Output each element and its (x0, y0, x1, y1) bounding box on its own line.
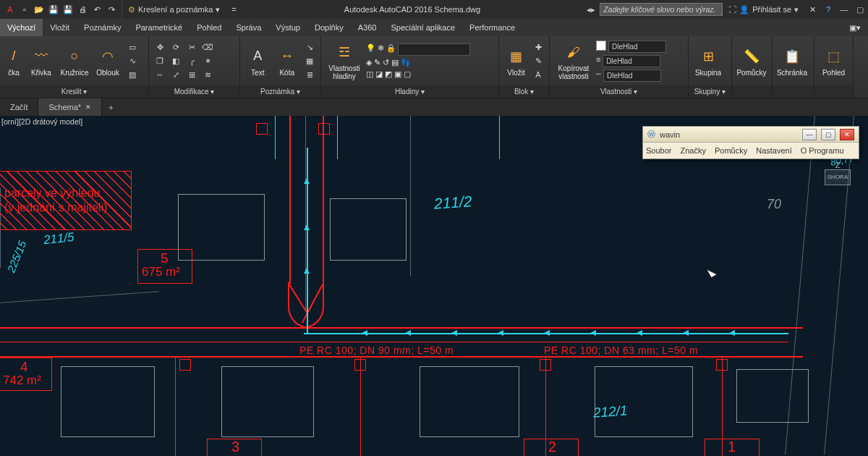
plot-icon[interactable]: 🖨 (77, 4, 88, 15)
dimension-button[interactable]: ↔Kóta (274, 46, 301, 77)
add-tab-button[interactable]: ＋ (102, 102, 119, 113)
help-icon[interactable]: ? (820, 0, 836, 19)
rotate-icon[interactable]: ⟳ (169, 41, 182, 53)
layer-icon[interactable]: ◫ (366, 69, 373, 78)
insert-block-button[interactable]: ▦Vložit (503, 46, 529, 77)
tab-schema[interactable]: Schema*✕ (38, 98, 102, 116)
tab-specialni[interactable]: Speciální aplikace (383, 19, 462, 36)
lineweight-icon[interactable]: ≡ (596, 55, 600, 67)
undo-icon[interactable]: ↶ (91, 4, 103, 15)
maximize-icon[interactable]: ▢ (852, 0, 868, 19)
wavin-menu-soubor[interactable]: Soubor (646, 146, 671, 155)
color-swatch-icon[interactable] (596, 41, 606, 51)
layer-icon[interactable]: ◪ (375, 69, 383, 78)
polyline-button[interactable]: 〰Křivka (26, 46, 56, 77)
leader-icon[interactable]: ↘ (303, 41, 316, 53)
resize-grip-icon[interactable]: ◂▸ (582, 5, 600, 14)
workspace-dropdown[interactable]: ⚙ Kreslení a poznámka ▾ = (122, 0, 242, 19)
saveas-icon[interactable]: 💾 (62, 4, 74, 15)
layer-icon[interactable]: ◩ (385, 69, 392, 78)
trim-icon[interactable]: ✂ (185, 41, 198, 53)
tab-sprava[interactable]: Správa (229, 19, 268, 36)
tab-doplnky[interactable]: Doplňky (307, 19, 351, 36)
layer-match-icon[interactable]: ✎ (374, 58, 380, 67)
layer-properties-button[interactable]: ☲Vlastnosti hladiny (326, 41, 363, 80)
array-icon[interactable]: ⊞ (185, 69, 198, 80)
stretch-icon[interactable]: ↔ (153, 69, 166, 80)
wavin-menu-oprogramu[interactable]: O Programu (801, 146, 844, 155)
viewcube-top[interactable]: SHORA (825, 169, 851, 185)
panel-draw-title[interactable]: Kreslit ▾ (0, 85, 148, 98)
clipboard-button[interactable]: 📋Schránka (777, 46, 807, 77)
tab-vychozi[interactable]: Výchozí (0, 19, 43, 36)
panel-block-title[interactable]: Blok ▾ (499, 85, 549, 98)
edit-block-icon[interactable]: ✎ (532, 55, 545, 67)
text-button[interactable]: AText (244, 46, 271, 77)
tab-start[interactable]: Začít (0, 98, 38, 116)
ribbon-collapse-icon[interactable]: ▣▾ (842, 19, 868, 36)
tab-vlozit[interactable]: Vložit (43, 19, 77, 36)
explode-icon[interactable]: ✶ (201, 55, 214, 67)
tab-a360[interactable]: A360 (351, 19, 384, 36)
viewcube[interactable]: Z SHORA (825, 161, 851, 185)
spline-icon[interactable]: ∿ (126, 55, 139, 67)
redo-icon[interactable]: ↷ (106, 4, 117, 15)
color-dropdown[interactable]: DleHlad (608, 41, 666, 53)
layer-state-icon[interactable]: ▤ (391, 58, 399, 67)
arc-button[interactable]: ◠Oblouk (93, 46, 123, 77)
layer-lock-icon[interactable]: 🔒 (386, 43, 396, 56)
exchange-icon[interactable]: ✕ (804, 0, 820, 19)
mirror-icon[interactable]: ◧ (169, 55, 182, 67)
lineweight-dropdown[interactable]: DleHlad (603, 55, 660, 67)
scale-icon[interactable]: ⤢ (169, 69, 182, 80)
wavin-menu-pomucky[interactable]: Pomůcky (715, 146, 747, 155)
group-button[interactable]: ⊞Skupina (693, 46, 723, 77)
drawing-canvas[interactable]: [orní][2D drátový model] parcely ve výhl… (0, 116, 868, 456)
copy-icon[interactable]: ❐ (153, 55, 166, 67)
login-area[interactable]: ⛶ 👤 Přihlásit se ▾ (723, 5, 804, 14)
open-icon[interactable]: 📂 (33, 4, 45, 15)
tab-pohled[interactable]: Pohled (190, 19, 229, 36)
fillet-icon[interactable]: ╭ (185, 55, 198, 67)
save-icon[interactable]: 💾 (48, 4, 59, 15)
layer-icon[interactable]: ▣ (394, 69, 401, 78)
linetype-dropdown[interactable]: DleHlad (603, 69, 661, 82)
layer-walk-icon[interactable]: 👣 (401, 58, 410, 67)
attr-icon[interactable]: A (532, 69, 545, 80)
utilities-button[interactable]: 📏Pomůcky (736, 46, 767, 77)
wavin-titlebar[interactable]: ⓦ wavin — ▢ ✕ (643, 127, 859, 143)
layer-off-icon[interactable]: 💡 (366, 43, 375, 56)
layer-iso-icon[interactable]: ◈ (366, 58, 372, 67)
panel-props-title[interactable]: Vlastnosti ▾ (550, 85, 688, 98)
layer-prev-icon[interactable]: ↺ (383, 58, 389, 67)
rect-icon[interactable]: ▭ (126, 41, 139, 53)
maximize-icon[interactable]: ▢ (821, 129, 835, 140)
new-icon[interactable]: ▫ (19, 4, 30, 15)
offset-icon[interactable]: ≋ (201, 69, 214, 80)
context-label[interactable]: [orní][2D drátový model] (1, 117, 82, 126)
panel-layers-title[interactable]: Hladiny ▾ (321, 85, 498, 98)
tab-parametricke[interactable]: Parametrické (128, 19, 190, 36)
minimize-icon[interactable]: — (836, 0, 852, 19)
minimize-icon[interactable]: — (802, 129, 817, 140)
linetype-icon[interactable]: ┄ (596, 69, 601, 82)
table-icon[interactable]: ▦ (303, 55, 316, 67)
tab-poznamky[interactable]: Poznámky (77, 19, 128, 36)
wavin-menu-nastaveni[interactable]: Nastavení (756, 146, 792, 155)
layer-freeze-icon[interactable]: ❄ (378, 43, 384, 56)
help-search-input[interactable]: Zadejte klíčové slovo nebo výraz. (600, 3, 723, 16)
close-icon[interactable]: ✕ (840, 129, 854, 140)
layer-dropdown[interactable] (398, 43, 470, 56)
panel-annot-title[interactable]: Poznámka ▾ (240, 85, 320, 98)
view-button[interactable]: ⬚Pohled (819, 46, 848, 77)
panel-modify-title[interactable]: Modifikace ▾ (149, 85, 239, 98)
create-block-icon[interactable]: ✚ (532, 41, 545, 53)
wavin-menu-znacky[interactable]: Značky (680, 146, 705, 155)
app-menu-icon[interactable]: A (4, 4, 16, 15)
line-button[interactable]: /čka (4, 46, 23, 77)
erase-icon[interactable]: ⌫ (201, 41, 214, 53)
layer-icon[interactable]: ▢ (404, 69, 411, 78)
panel-groups-title[interactable]: Skupiny ▾ (689, 85, 731, 98)
close-icon[interactable]: ✕ (85, 104, 91, 111)
hatch-icon[interactable]: ▨ (126, 69, 139, 80)
